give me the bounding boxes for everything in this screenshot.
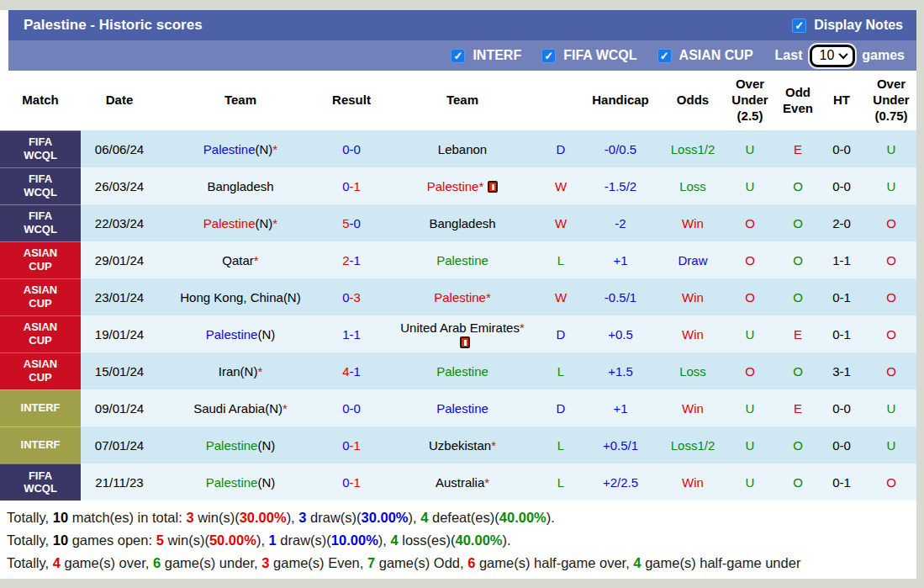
note-asterisk: *	[484, 475, 489, 490]
outcome-cell: D	[545, 315, 577, 352]
ht-cell: 0-1	[817, 278, 866, 315]
odd-even-cell: O	[779, 241, 817, 278]
result-cell: 0-1	[323, 464, 380, 501]
odd-even-cell: O	[779, 426, 817, 464]
odd-even-cell: E	[779, 389, 817, 426]
odds-cell: Win	[664, 315, 721, 352]
match-type-cell: FIFA WCQL	[0, 167, 81, 204]
table-header: MatchDateTeamResultTeamHandicapOddsOver …	[0, 71, 916, 130]
result-cell: 0-0	[323, 130, 380, 167]
match-type-cell: ASIAN CUP	[0, 278, 81, 315]
outcome-cell: D	[545, 389, 577, 426]
match-type-cell: FIFA WCQL	[0, 204, 81, 241]
odd-even-cell: O	[779, 352, 817, 389]
last-games-group: Last 10 games	[775, 45, 905, 67]
away-team-link[interactable]: Bangladesh	[429, 216, 495, 230]
away-team-link[interactable]: Lebanon	[438, 142, 487, 156]
outcome-cell: D	[545, 130, 577, 167]
home-team: Palestine(N)	[158, 315, 323, 352]
over-under-0-75-cell: O	[866, 464, 916, 501]
home-team: Palestine(N)	[158, 464, 323, 501]
date-cell: 07/01/24	[81, 426, 158, 464]
home-team: Hong Kong, China(N)	[158, 278, 323, 315]
date-cell: 22/03/24	[81, 204, 158, 241]
historic-scores-table: MatchDateTeamResultTeamHandicapOddsOver …	[0, 71, 916, 501]
column-header-over: Over Under (0.75)	[866, 71, 916, 130]
asian-cup-label: ASIAN CUP	[679, 48, 753, 63]
result-cell: 0-1	[323, 167, 380, 204]
away-team-link[interactable]: Uzbekistan	[429, 438, 491, 453]
home-team: Palestine(N)*	[158, 204, 323, 241]
home-team-link[interactable]: Palestine	[206, 438, 258, 453]
away-team-link[interactable]: Palestine	[436, 364, 488, 379]
away-team: Palestine	[380, 241, 545, 278]
odds-cell: Win	[664, 204, 721, 241]
result-cell: 5-0	[323, 204, 380, 241]
display-notes-group: ✓ Display Notes	[792, 18, 903, 33]
fifa-wcql-label: FIFA WCQL	[563, 48, 636, 63]
note-asterisk: *	[486, 290, 491, 305]
away-team: Bangladesh	[380, 204, 545, 241]
ht-cell: 0-0	[817, 389, 866, 426]
result-cell: 2-1	[323, 241, 380, 278]
match-type-cell: INTERF	[0, 389, 81, 426]
table-row: ASIAN CUP29/01/24Qatar*2-1PalestineL+1Dr…	[0, 241, 916, 278]
ht-cell: 0-0	[817, 167, 866, 204]
home-team-link[interactable]: Palestine	[203, 142, 256, 156]
ht-cell: 1-1	[817, 241, 866, 278]
date-cell: 19/01/24	[81, 315, 158, 352]
odd-even-cell: O	[779, 167, 817, 204]
last-games-select[interactable]: 10	[810, 45, 856, 67]
table-row: FIFA WCQL21/11/23Palestine(N)0-1Australi…	[0, 464, 916, 501]
outcome-cell: W	[545, 167, 577, 204]
result-cell: 0-0	[323, 389, 380, 426]
home-team-link[interactable]: Hong Kong, China	[180, 290, 283, 305]
away-team-link[interactable]: Palestine	[436, 253, 488, 268]
home-team-link[interactable]: Palestine	[203, 216, 256, 230]
table-row: ASIAN CUP23/01/24Hong Kong, China(N)0-3P…	[0, 278, 916, 315]
totals-line: Totally, 10 match(es) in total: 3 win(s)…	[7, 506, 910, 529]
note-asterisk: *	[257, 364, 262, 379]
odds-cell: Win	[664, 464, 721, 501]
away-team: Palestine*	[380, 278, 545, 315]
handicap-cell: -0.5/1	[577, 278, 664, 315]
home-team-link[interactable]: Saudi Arabia	[193, 401, 265, 416]
odds-cell: Loss1/2	[664, 130, 721, 167]
home-team-link[interactable]: Bangladesh	[207, 179, 273, 193]
widget-panel: Palestine - Historic scores ✓ Display No…	[0, 10, 916, 579]
home-team-link[interactable]: Qatar	[222, 253, 254, 268]
table-row: INTERF09/01/24Saudi Arabia(N)*0-0Palesti…	[0, 389, 916, 426]
note-asterisk: *	[272, 142, 277, 156]
table-row: ASIAN CUP19/01/24Palestine(N)1-1United A…	[0, 315, 916, 352]
away-team-link[interactable]: Palestine	[436, 401, 488, 416]
outcome-cell: L	[545, 352, 577, 389]
home-team-link[interactable]: Iran	[219, 364, 240, 379]
away-team-link[interactable]: Palestine	[427, 179, 479, 193]
outcome-cell: W	[545, 278, 577, 315]
away-team-link[interactable]: Australia	[436, 475, 484, 490]
neutral-venue-marker: (N)	[256, 142, 273, 156]
odds-cell: Loss	[664, 167, 721, 204]
home-team-link[interactable]: Palestine	[206, 327, 258, 342]
date-cell: 21/11/23	[81, 464, 158, 501]
display-notes-checkbox[interactable]: ✓	[792, 19, 806, 33]
odds-cell: Win	[664, 389, 721, 426]
interf-checkbox[interactable]: ✓	[451, 49, 465, 63]
over-under-2-5-cell: U	[721, 315, 779, 352]
result-cell: 0-3	[323, 278, 380, 315]
match-type-cell: FIFA WCQL	[0, 130, 81, 167]
asian-cup-checkbox[interactable]: ✓	[657, 49, 672, 63]
away-team-link[interactable]: United Arab Emirates	[400, 320, 520, 335]
fifa-wcql-checkbox[interactable]: ✓	[541, 49, 556, 63]
note-asterisk: *	[491, 438, 496, 453]
ht-cell: 0-1	[817, 464, 866, 501]
games-label: games	[862, 48, 905, 63]
home-team: Saudi Arabia(N)*	[158, 389, 323, 426]
table-row: FIFA WCQL26/03/24Bangladesh0-1Palestine*…	[0, 167, 916, 204]
red-card-icon	[488, 181, 498, 193]
neutral-venue-marker: (N)	[257, 438, 275, 453]
home-team-link[interactable]: Palestine	[206, 475, 258, 490]
red-card-icon	[460, 336, 470, 348]
match-type-cell: ASIAN CUP	[0, 315, 81, 352]
away-team-link[interactable]: Palestine	[434, 290, 486, 305]
